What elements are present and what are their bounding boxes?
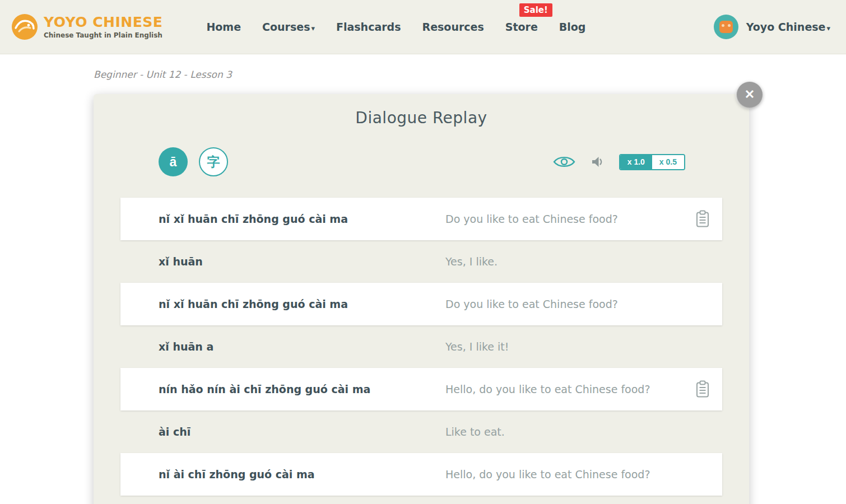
- nav-label: Blog: [559, 21, 586, 33]
- pinyin-text: ài chī: [159, 426, 445, 438]
- pinyin-text: nǐ xǐ huān chī zhōng guó cài ma: [159, 213, 445, 225]
- pinyin-text: nǐ xǐ huān chī zhōng guó cài ma: [159, 298, 445, 310]
- logo-tagline: Chinese Taught in Plain English: [44, 32, 162, 39]
- main-nav: Home Courses▾ Flashcards Resources Store…: [206, 21, 585, 33]
- notes-button[interactable]: [695, 210, 710, 228]
- nav-item-blog[interactable]: Blog: [559, 21, 586, 33]
- sale-badge: Sale!: [519, 3, 552, 17]
- nav-label: Flashcards: [336, 21, 401, 33]
- playback-controls: x 1.0 x 0.5: [553, 154, 685, 170]
- user-name: Yoyo Chinese▾: [746, 21, 830, 33]
- show-hide-translation-button[interactable]: [553, 155, 575, 169]
- pinyin-text: xǐ huān a: [159, 340, 445, 353]
- dialogue-row[interactable]: xǐ huān a Yes, I like it!: [120, 325, 722, 368]
- clipboard-icon: [695, 380, 710, 398]
- close-icon: ✕: [745, 87, 755, 102]
- nav-item-home[interactable]: Home: [206, 21, 241, 33]
- speaker-icon: [591, 156, 603, 168]
- chevron-down-icon: ▾: [311, 24, 315, 32]
- top-navigation-bar: YOYO CHINESE Chinese Taught in Plain Eng…: [0, 0, 846, 54]
- speed-1x-label: x 1.0: [627, 157, 645, 166]
- english-text: Hello, do you like to eat Chinese food?: [445, 383, 695, 395]
- nav-label: Store: [505, 21, 538, 33]
- dialogue-row[interactable]: nǐ xǐ huān chī zhōng guó cài ma Do you l…: [120, 198, 722, 240]
- dialogue-rows: nǐ xǐ huān chī zhōng guó cài ma Do you l…: [120, 198, 722, 496]
- controls-row: ā 字: [120, 147, 722, 176]
- pinyin-toggle-button[interactable]: ā: [159, 147, 188, 176]
- dialogue-replay-panel: Dialogue Replay ā 字: [94, 94, 749, 504]
- eye-icon: [553, 155, 575, 169]
- nav-item-flashcards[interactable]: Flashcards: [336, 21, 401, 33]
- yoyo-chinese-logo[interactable]: YOYO CHINESE Chinese Taught in Plain Eng…: [11, 13, 162, 40]
- characters-toggle-label: 字: [207, 153, 220, 171]
- notes-button[interactable]: [695, 380, 710, 398]
- nav-item-store[interactable]: Store Sale!: [505, 21, 538, 33]
- pinyin-text: xǐ huān: [159, 255, 445, 268]
- modal-title: Dialogue Replay: [120, 109, 722, 127]
- breadcrumb: Beginner - Unit 12 - Lesson 3: [94, 69, 846, 80]
- dialogue-row[interactable]: nǐ ài chī zhōng guó cài ma Hello, do you…: [120, 453, 722, 496]
- dialogue-row[interactable]: ài chī Like to eat.: [120, 410, 722, 453]
- dialogue-replay-modal: ✕ Dialogue Replay ā 字: [94, 94, 749, 504]
- english-text: Yes, I like it!: [445, 340, 695, 353]
- dialogue-row[interactable]: nín hǎo nín ài chī zhōng guó cài ma Hell…: [120, 368, 722, 410]
- english-text: Do you like to eat Chinese food?: [445, 298, 695, 310]
- logo-title: YOYO CHINESE: [44, 15, 162, 30]
- yoyo-logo-icon: [11, 13, 38, 40]
- nav-label: Courses: [262, 21, 310, 33]
- nav-label: Home: [206, 21, 241, 33]
- close-button[interactable]: ✕: [737, 82, 763, 108]
- dialogue-row[interactable]: nǐ xǐ huān chī zhōng guó cài ma Do you l…: [120, 283, 722, 325]
- nav-item-resources[interactable]: Resources: [422, 21, 484, 33]
- pinyin-text: nín hǎo nín ài chī zhōng guó cài ma: [159, 383, 445, 395]
- nav-label: Resources: [422, 21, 484, 33]
- user-avatar: [714, 15, 738, 39]
- avatar-creature-icon: [719, 21, 733, 33]
- english-text: Hello, do you like to eat Chinese food?: [445, 468, 695, 480]
- speed-05x-label: x 0.5: [659, 157, 677, 166]
- english-text: Like to eat.: [445, 426, 695, 438]
- speed-1x-button[interactable]: x 1.0: [620, 155, 652, 169]
- characters-toggle-button[interactable]: 字: [199, 147, 228, 176]
- english-text: Yes, I like.: [445, 255, 695, 268]
- clipboard-icon: [695, 210, 710, 228]
- user-account-menu[interactable]: Yoyo Chinese▾: [714, 15, 830, 39]
- english-text: Do you like to eat Chinese food?: [445, 213, 695, 225]
- speed-toggle: x 1.0 x 0.5: [619, 154, 685, 170]
- speed-05x-button[interactable]: x 0.5: [652, 155, 684, 169]
- pinyin-text: nǐ ài chī zhōng guó cài ma: [159, 468, 445, 480]
- dialogue-row[interactable]: xǐ huān Yes, I like.: [120, 240, 722, 283]
- pinyin-toggle-label: ā: [170, 155, 177, 170]
- volume-button[interactable]: [591, 156, 603, 168]
- nav-item-courses[interactable]: Courses▾: [262, 21, 315, 33]
- chevron-down-icon: ▾: [826, 24, 830, 32]
- user-name-text: Yoyo Chinese: [746, 21, 826, 33]
